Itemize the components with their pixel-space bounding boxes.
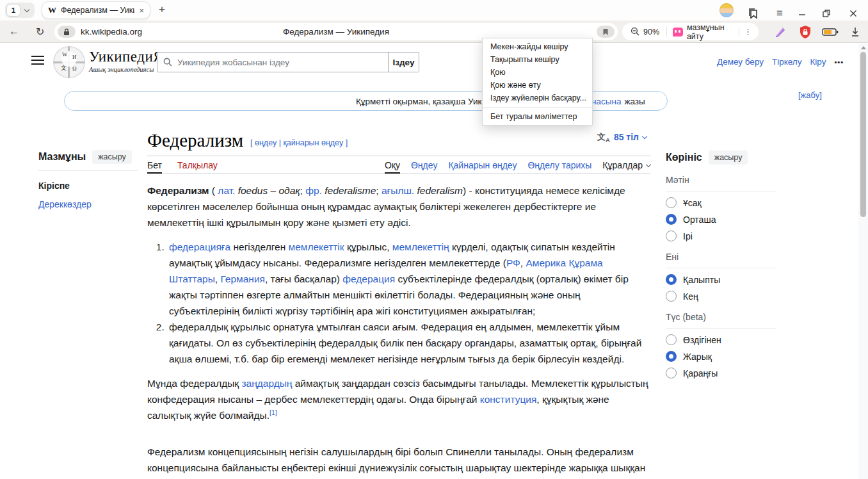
- radio-button[interactable]: [666, 231, 677, 241]
- radio-label: Орташа: [683, 215, 716, 225]
- search-input[interactable]: Уикипедия жобасынан іздеу: [157, 52, 389, 72]
- section-label-text: Мәтін: [666, 175, 776, 191]
- radio-label: Жарық: [683, 352, 712, 362]
- tab-page[interactable]: Бет: [147, 156, 162, 174]
- scroll-up-arrow[interactable]: [861, 46, 866, 49]
- tab-bar: 1 W Федерализм — Уикипе × + ≡: [0, 0, 868, 20]
- banner-text-end: жазы: [624, 97, 645, 106]
- appearance-title: Көрініс: [666, 152, 702, 163]
- toc-hide-button[interactable]: жасыру: [92, 150, 132, 164]
- tab-title: Федерализм — Уикипе: [61, 6, 134, 15]
- banner-close-link[interactable]: [жабу]: [798, 90, 822, 100]
- radio-button[interactable]: [666, 291, 677, 302]
- menu-item-paste-and-go[interactable]: Қою және өту: [483, 79, 592, 92]
- divider: [38, 170, 138, 171]
- tab-read[interactable]: Оқу: [385, 156, 400, 174]
- article-body: Федерализм ( лат. foedus – одақ; фр. fed…: [147, 183, 650, 479]
- paragraph: Мұнда федералдық заңдардың аймақтық заңд…: [147, 375, 650, 423]
- wiki-menu-icon[interactable]: [31, 56, 44, 65]
- bookmark-icon[interactable]: [597, 26, 615, 38]
- radio-option-medium[interactable]: Орташа: [666, 214, 776, 225]
- more-options-icon[interactable]: ⋮: [739, 27, 759, 37]
- title-edit-links[interactable]: [ өңдеу | қайнарын өңдеу ]: [250, 138, 348, 150]
- radio-button[interactable]: [666, 334, 677, 345]
- radio-option-dark[interactable]: Қараңғы: [666, 368, 776, 378]
- article: Федерализм [ өңдеу | қайнарын өңдеу ] Бе…: [147, 126, 650, 479]
- tab-edit-source[interactable]: Қайнарын өңдеу: [448, 156, 517, 174]
- chevron-down-icon: [646, 161, 651, 166]
- wikipedia-wordmark[interactable]: УикипедиЯ Ашық энциклопедиясы: [89, 49, 163, 73]
- menu-item-copy-address[interactable]: Мекен-жайды көшіру: [483, 40, 592, 53]
- radio-button[interactable]: [666, 197, 677, 208]
- section-label-width: Ені: [666, 252, 776, 268]
- radio-button[interactable]: [666, 368, 677, 378]
- definition-list: федерацияға негізделген мемлекеттік құры…: [147, 239, 650, 367]
- radio-option-large[interactable]: Ірі: [666, 231, 776, 241]
- speech-bubble-icon: [673, 28, 683, 37]
- url-text[interactable]: kk.wikipedia.org: [81, 27, 142, 37]
- tab-count-badge[interactable]: 1: [6, 4, 20, 17]
- radio-button[interactable]: [666, 274, 677, 285]
- wikipedia-globe-logo[interactable]: WИ文Ω: [53, 46, 85, 78]
- tab-tools[interactable]: Құралдар: [602, 156, 650, 174]
- radio-option-auto[interactable]: Өздігінен: [666, 334, 776, 345]
- back-button[interactable]: ←: [9, 20, 19, 42]
- tab-close-icon[interactable]: ×: [139, 6, 144, 15]
- radio-option-standard[interactable]: Қалыпты: [666, 274, 776, 285]
- radio-option-light[interactable]: Жарық: [666, 351, 776, 362]
- profile-avatar[interactable]: [719, 3, 734, 17]
- radio-label: Қалыпты: [683, 275, 720, 285]
- new-tab-button[interactable]: +: [159, 3, 165, 16]
- paragraph: Федерализм концепциясының негізін салушы…: [147, 444, 650, 479]
- toc-item-intro[interactable]: Кіріспе: [38, 181, 138, 191]
- radio-option-wide[interactable]: Кең: [666, 291, 776, 302]
- user-links: Демеу беру Тіркелу Кіру •••: [717, 57, 844, 67]
- tab-history[interactable]: Өңделу тарихы: [527, 156, 591, 174]
- menu-item-copy-title[interactable]: Тақырыпты көшіру: [483, 53, 592, 66]
- tab-talk[interactable]: Талқылау: [177, 156, 218, 174]
- toc-title: Мазмұны: [38, 151, 86, 163]
- table-of-contents: Мазмұны жасыру Кіріспе Дереккөздер: [38, 150, 138, 209]
- wordmark-subtitle: Ашық энциклопедиясы: [89, 66, 163, 73]
- radio-label: Қараңғы: [683, 368, 718, 378]
- appearance-hide-button[interactable]: жасыру: [709, 150, 748, 165]
- scrollbar-thumb[interactable]: [860, 52, 866, 217]
- battery-icon[interactable]: [822, 23, 839, 40]
- page-tools-pill: 90% мазмұнын айту ⋮: [622, 23, 759, 40]
- pen-extension-icon[interactable]: [773, 23, 787, 40]
- menu-item-paste[interactable]: Қою: [483, 66, 592, 79]
- radio-button[interactable]: [666, 351, 677, 362]
- wikipedia-favicon: W: [48, 5, 56, 15]
- zoom-level: 90%: [643, 28, 659, 37]
- list-item: федералдық құрылыс орнатуға ұмтылған сая…: [167, 319, 650, 367]
- reload-button[interactable]: ↻: [36, 20, 44, 42]
- download-icon[interactable]: [850, 23, 860, 40]
- tab-count-control[interactable]: 1: [5, 3, 35, 18]
- zoom-out-icon: [631, 27, 640, 37]
- wordmark-title: УикипедиЯ: [89, 49, 163, 65]
- more-user-options-icon[interactable]: •••: [834, 58, 844, 66]
- donate-link[interactable]: Демеу беру: [717, 57, 764, 67]
- read-aloud-label: мазмұнын айту: [687, 23, 733, 41]
- tab-edit[interactable]: Өңдеу: [411, 156, 437, 174]
- menu-item-page-info[interactable]: Бет туралы мәліметтер: [483, 110, 592, 123]
- radio-button[interactable]: [666, 214, 677, 225]
- radio-label: Ұсақ: [683, 198, 702, 208]
- scrollbar[interactable]: [858, 44, 868, 479]
- protect-shield-icon[interactable]: [799, 23, 812, 40]
- toc-item-references[interactable]: Дереккөздер: [38, 199, 138, 209]
- browser-toolbar: ← ↻ kk.wikipedia.org Федерализм — Уикипе…: [0, 20, 868, 43]
- login-link[interactable]: Кіру: [810, 57, 826, 67]
- read-aloud-button[interactable]: мазмұнын айту: [667, 23, 739, 41]
- search-button[interactable]: Іздеу: [389, 52, 419, 72]
- zoom-control[interactable]: 90%: [622, 27, 666, 37]
- divider: [147, 174, 650, 174]
- radio-option-small[interactable]: Ұсақ: [666, 197, 776, 208]
- register-link[interactable]: Тіркелу: [772, 57, 802, 67]
- wiki-search: Уикипедия жобасынан іздеу Іздеу: [157, 52, 419, 72]
- lead-paragraph: Федерализм ( лат. foedus – одақ; фр. fed…: [147, 183, 650, 231]
- menu-separator: [483, 107, 592, 108]
- menu-item-manage-search-engines[interactable]: Іздеу жүйелерін басқару...: [483, 92, 592, 104]
- wikipedia-page: WИ文Ω УикипедиЯ Ашық энциклопедиясы Уикип…: [0, 44, 868, 479]
- browser-tab[interactable]: W Федерализм — Уикипе ×: [42, 2, 150, 19]
